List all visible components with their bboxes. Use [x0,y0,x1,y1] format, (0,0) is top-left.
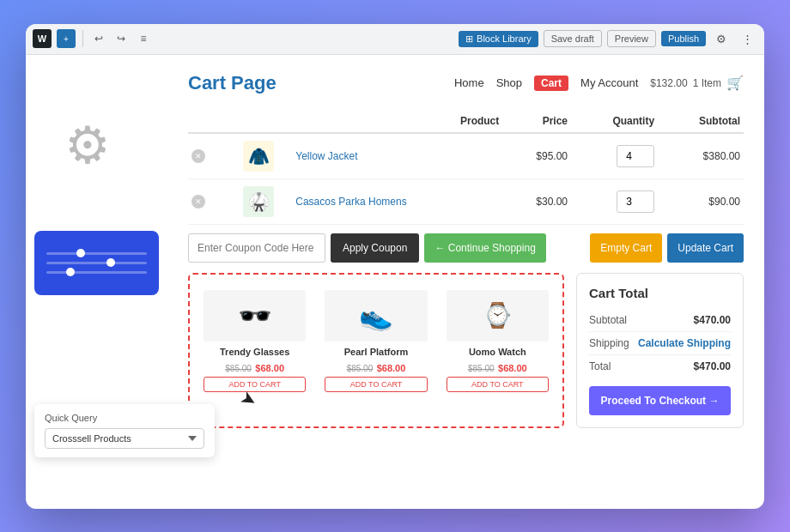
slider-thumb-2[interactable] [106,258,115,267]
product-img-1: 🧥 [243,141,274,172]
page-title: Cart Page [188,72,276,94]
content-area: ⚙ Quick Query Crosssell Products ➤ [26,55,764,509]
total-row: Total $470.00 [589,355,731,378]
update-cart-button[interactable]: Update Cart [667,233,744,263]
product-card-price-3: $68.00 [498,363,527,373]
product-card-img-2: 👟 [325,290,427,342]
qty-input-1[interactable] [617,145,654,167]
toolbar-right: ⊞ Block Library Save draft Preview Publi… [459,28,757,49]
product-price-1: $95.00 [502,133,571,179]
product-subtotal-2: $90.00 [658,178,744,224]
cart-items-count: 1 Item [693,77,721,89]
product-card-2: 👟 Pearl Platform $85.00 $68.00 ADD TO CA… [319,283,432,418]
menu-icon[interactable]: ⋮ [737,28,757,49]
shipping-value: Calculate Shipping [638,337,731,349]
total-value: $470.00 [694,360,731,372]
subtotal-value: $470.00 [694,314,731,326]
top-bar: W + ↩ ↪ ≡ ⊞ Block Library Save draft Pre… [26,24,764,55]
slider-track-3[interactable] [46,271,147,274]
col-img [225,110,292,133]
total-label: Total [589,360,611,372]
block-library-button[interactable]: ⊞ Block Library [459,31,538,47]
redo-icon[interactable]: ↪ [112,30,130,47]
block-icon[interactable]: + [57,29,76,48]
add-to-cart-3-button[interactable]: ADD TO CART [447,377,549,392]
slider-thumb-3[interactable] [66,268,75,276]
cart-total-nav: $132.00 [650,77,687,89]
gear-decorative-icon: ⚙ [64,115,111,175]
product-card-name-3: Uomo Watch [447,347,549,357]
slider-thumb-1[interactable] [76,249,85,257]
cart-table: Product Price Quantity Subtotal ✕ 🧥 Yell… [188,110,744,225]
apply-coupon-button[interactable]: Apply Coupon [331,233,419,263]
nav-my-account[interactable]: My Account [580,76,638,89]
preview-button[interactable]: Preview [607,30,656,47]
bottom-section: 🕶️ Trendy Glasses $85.00 $68.00 ADD TO C… [188,273,744,428]
col-qty: Quantity [571,110,658,133]
settings-icon[interactable]: ⚙ [711,28,732,49]
empty-cart-button[interactable]: Empty Cart [590,233,662,263]
shipping-row: Shipping Calculate Shipping [589,332,731,355]
publish-button[interactable]: Publish [661,31,706,46]
slider-widget[interactable] [34,231,159,295]
coupon-row: Apply Coupon ← Continue Shopping Empty C… [188,233,744,263]
cart-summary: $132.00 1 Item 🛒 [650,75,744,91]
table-row: ✕ 🧥 Yellow Jacket $95.00 $380.00 [188,133,744,179]
nav-links: Home Shop Cart My Account $132.00 1 Item… [454,75,744,91]
slider-track-2[interactable] [46,262,147,264]
col-price: Price [502,110,571,133]
page-header: Cart Page Home Shop Cart My Account $132… [188,72,744,94]
shipping-label: Shipping [589,337,629,349]
more-icon[interactable]: ≡ [135,30,152,47]
product-card-oldprice-3: $85.00 [468,364,495,373]
product-card-name-1: Trendy Glasses [204,347,306,357]
qty-input-2[interactable] [617,190,654,213]
block-lib-icon: ⊞ [465,33,473,45]
remove-item-1-button[interactable]: ✕ [191,149,205,163]
continue-shopping-button[interactable]: ← Continue Shopping [424,233,545,263]
separator [82,30,83,47]
undo-icon[interactable]: ↩ [90,30,107,47]
cart-icon[interactable]: 🛒 [726,75,744,91]
product-price-2: $30.00 [502,178,571,224]
product-name-2: Casacos Parka Homens [295,196,406,208]
product-card-3: ⌚ Uomo Watch $85.00 $68.00 ADD TO CART [441,283,554,418]
cart-total-title: Cart Total [589,286,731,300]
cart-total-box: Cart Total Subtotal $470.00 Shipping Cal… [576,273,744,428]
product-card-img-1: 🕶️ [204,290,306,342]
col-subtotal: Subtotal [658,110,744,133]
nav-cart-badge[interactable]: Cart [534,76,568,91]
main-content: Cart Page Home Shop Cart My Account $132… [167,55,764,509]
product-img-2: 🥋 [243,186,274,217]
table-row: ✕ 🥋 Casacos Parka Homens $30.00 $90.00 [188,178,744,224]
slider-track-1[interactable] [46,252,147,255]
nav-shop[interactable]: Shop [496,76,522,89]
wordpress-icon[interactable]: W [33,29,52,48]
nav-home[interactable]: Home [454,76,484,89]
product-card-oldprice-1: $85.00 [225,364,252,373]
subtotal-row: Subtotal $470.00 [589,309,731,332]
product-card-name-2: Pearl Platform [325,347,427,357]
product-card-img-3: ⌚ [447,290,549,342]
coupon-input[interactable] [188,233,325,263]
subtotal-label: Subtotal [589,314,627,326]
product-card-price-1: $68.00 [255,363,284,373]
left-panel: ⚙ Quick Query Crosssell Products [26,55,167,509]
remove-item-2-button[interactable]: ✕ [191,195,205,209]
product-subtotal-1: $380.00 [658,133,744,179]
col-product: Product [292,110,502,133]
product-card-price-2: $68.00 [377,363,406,373]
col-remove [188,110,225,133]
checkout-button[interactable]: Proceed To Checkout → [589,386,731,415]
add-to-cart-2-button[interactable]: ADD TO CART [325,377,427,392]
save-draft-button[interactable]: Save draft [544,30,602,47]
product-name-1: Yellow Jacket [295,150,357,162]
product-card-oldprice-2: $85.00 [347,364,374,373]
